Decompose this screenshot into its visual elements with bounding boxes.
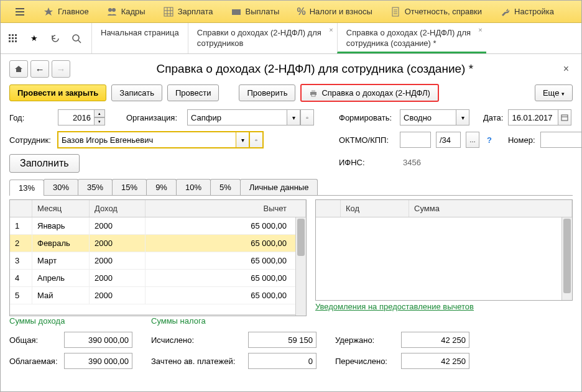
- calc-input[interactable]: [248, 332, 316, 348]
- svg-rect-7: [15, 34, 17, 36]
- save-button[interactable]: Записать: [111, 84, 162, 101]
- income-sums-head: Суммы дохода: [9, 316, 132, 326]
- main-menu: Главное Кадры Зарплата Выплаты %Налоги и…: [1, 1, 581, 23]
- total-label: Общая:: [9, 335, 60, 345]
- menu-salary[interactable]: Зарплата: [154, 6, 222, 17]
- transferred-input[interactable]: [401, 353, 469, 369]
- menu-main[interactable]: Главное: [34, 6, 98, 17]
- tab-15[interactable]: 15%: [112, 179, 147, 195]
- ifns-label: ИФНС:: [339, 158, 395, 167]
- hamburger-icon: [14, 6, 25, 17]
- svg-rect-12: [12, 40, 14, 42]
- menu-taxes[interactable]: %Налоги и взносы: [288, 6, 381, 17]
- menu-hr[interactable]: Кадры: [98, 6, 154, 17]
- num-input[interactable]: [540, 132, 581, 148]
- col-code[interactable]: Код: [341, 200, 409, 217]
- adv-label: Зачтено ав. платежей:: [151, 357, 244, 366]
- scrollbar-v[interactable]: [561, 217, 572, 300]
- emp-open[interactable]: ▫: [249, 132, 263, 148]
- scrollbar-h[interactable]: [10, 314, 306, 316]
- post-and-close-button[interactable]: Провести и закрыть: [9, 84, 106, 101]
- table-row[interactable]: 3Март200065 000,00: [10, 252, 306, 270]
- fill-button[interactable]: Заполнить: [9, 154, 80, 173]
- total-input[interactable]: [64, 332, 132, 348]
- notifications-link[interactable]: Уведомления на предоставление вычетов: [315, 302, 474, 311]
- year-down[interactable]: ▾: [94, 117, 105, 125]
- withheld-input[interactable]: [401, 332, 469, 348]
- tab-13[interactable]: 13%: [9, 180, 44, 196]
- employee-input[interactable]: [58, 132, 236, 148]
- income-table: Месяц Доход Вычет 1Январь200065 000,002Ф…: [9, 199, 307, 316]
- emp-dropdown[interactable]: ▾: [236, 132, 249, 148]
- svg-rect-17: [312, 94, 315, 96]
- svg-point-0: [108, 8, 112, 12]
- help-icon[interactable]: ?: [484, 135, 494, 145]
- col-month[interactable]: Месяц: [32, 200, 90, 217]
- org-input[interactable]: [187, 109, 287, 125]
- post-button[interactable]: Провести: [167, 84, 219, 101]
- svg-rect-9: [12, 37, 14, 39]
- close-icon[interactable]: ×: [478, 25, 482, 34]
- table-row[interactable]: 4Апрель200065 000,00: [10, 270, 306, 287]
- tab-10[interactable]: 10%: [176, 179, 211, 195]
- scrollbar-v[interactable]: [295, 217, 306, 316]
- col-income[interactable]: Доход: [90, 200, 146, 217]
- search-icon[interactable]: [68, 30, 85, 47]
- people-icon: [106, 6, 118, 17]
- oktmo2-input[interactable]: [436, 132, 461, 148]
- wrench-icon: [499, 6, 510, 17]
- emp-label: Сотрудник:: [9, 135, 53, 145]
- apps-icon[interactable]: [4, 30, 22, 47]
- table-row[interactable]: 2Февраль200065 000,00: [10, 235, 306, 252]
- menu-settings[interactable]: Настройка: [491, 6, 563, 17]
- tab-9[interactable]: 9%: [146, 179, 177, 195]
- cert-print-button[interactable]: Справка о доходах (2-НДФЛ): [300, 84, 438, 102]
- page-close[interactable]: ×: [560, 62, 573, 76]
- tab-cert-list[interactable]: Справки о доходах (2-НДФЛ) для сотрудник…: [188, 23, 337, 53]
- menu-payments[interactable]: Выплаты: [222, 6, 289, 17]
- tax-sums-head: Суммы налога: [151, 316, 316, 326]
- toolbar: ★ Начальная страница Справки о доходах (…: [1, 23, 581, 54]
- transferred-label: Перечислено:: [335, 357, 397, 366]
- check-button[interactable]: Проверить: [239, 84, 295, 101]
- history-icon[interactable]: [47, 30, 64, 47]
- tab-30[interactable]: 30%: [44, 179, 78, 195]
- date-label: Дата:: [483, 113, 503, 122]
- adv-input[interactable]: [248, 353, 316, 369]
- col-sum[interactable]: Сумма: [409, 200, 572, 217]
- back-button[interactable]: ←: [30, 60, 49, 78]
- tab-cert-create[interactable]: Справка о доходах (2-НДФЛ) для сотрудник…: [337, 23, 486, 53]
- taxable-input[interactable]: [64, 353, 132, 369]
- menu-hamburger[interactable]: [6, 6, 34, 17]
- org-open[interactable]: ▫: [300, 109, 314, 125]
- close-icon[interactable]: ×: [329, 25, 333, 34]
- oktmo-label: ОКТМО/КПП:: [339, 135, 395, 145]
- org-label: Организация:: [126, 113, 182, 122]
- oktmo-pick[interactable]: …: [466, 132, 479, 148]
- date-picker[interactable]: [558, 109, 571, 125]
- org-dropdown[interactable]: ▾: [287, 109, 300, 125]
- more-button[interactable]: Еще ▾: [535, 84, 573, 101]
- tab-35[interactable]: 35%: [78, 179, 113, 195]
- tab-personal[interactable]: Личные данные: [240, 179, 318, 195]
- ifns-value: [400, 154, 436, 170]
- table-row[interactable]: 5Май200065 000,00: [10, 287, 306, 304]
- fav-icon[interactable]: ★: [25, 30, 43, 47]
- tab-home[interactable]: Начальная страница: [91, 23, 188, 53]
- oktmo1-input[interactable]: [400, 132, 431, 148]
- year-up[interactable]: ▴: [94, 109, 105, 117]
- svg-rect-18: [561, 115, 568, 121]
- forward-button[interactable]: →: [52, 60, 70, 78]
- svg-point-1: [112, 8, 116, 12]
- table-row[interactable]: 1Январь200065 000,00: [10, 217, 306, 235]
- grid-icon: [163, 6, 174, 17]
- form-input[interactable]: [400, 109, 456, 125]
- home-button[interactable]: [9, 60, 28, 78]
- tab-5[interactable]: 5%: [210, 179, 241, 195]
- menu-reports[interactable]: Отчетность, справки: [381, 6, 491, 17]
- form-dropdown[interactable]: ▾: [456, 109, 469, 125]
- year-input[interactable]: [58, 109, 94, 125]
- page-content: ← → Справка о доходах (2-НДФЛ) для сотру…: [1, 54, 581, 391]
- date-input[interactable]: [508, 109, 558, 125]
- col-deduction[interactable]: Вычет: [146, 200, 306, 217]
